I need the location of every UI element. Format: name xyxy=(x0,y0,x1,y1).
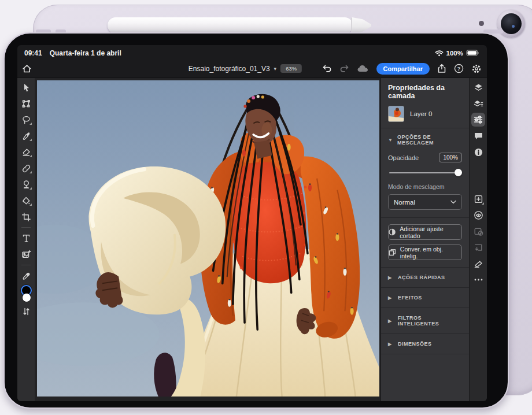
more-options-icon[interactable] xyxy=(471,272,486,288)
zoom-level-badge[interactable]: 63% xyxy=(280,64,302,73)
layer-mask-icon[interactable] xyxy=(471,223,486,239)
canvas-photo[interactable] xyxy=(37,80,379,397)
apple-pencil xyxy=(108,17,353,34)
brush-tool[interactable] xyxy=(19,128,34,144)
place-photo-tool[interactable] xyxy=(19,246,34,262)
section-label: AÇÕES RÁPIDAS xyxy=(398,275,445,280)
healing-brush-tool[interactable] xyxy=(19,160,34,176)
share-button[interactable]: Compartilhar xyxy=(376,63,430,75)
section-quick-actions[interactable]: ▶ AÇÕES RÁPIDAS xyxy=(381,268,469,287)
slider-track[interactable] xyxy=(389,172,461,173)
canvas-area[interactable] xyxy=(35,78,380,401)
blend-mode-select[interactable]: Normal xyxy=(388,194,462,210)
apple-pencil-seam xyxy=(351,18,352,33)
clone-stamp-tool[interactable] xyxy=(19,176,34,192)
layer-thumbnail[interactable] xyxy=(388,106,404,122)
eyedropper-tool[interactable] xyxy=(19,268,34,284)
toolbar-divider xyxy=(21,265,31,265)
section-effects[interactable]: ▶ EFEITOS xyxy=(381,288,469,307)
status-bar: 09:41 Quarta-feira 1 de abril 100% xyxy=(17,45,487,60)
chevron-down-icon: ▼ xyxy=(388,138,393,143)
right-icon-strip xyxy=(469,78,487,401)
layers-icon[interactable] xyxy=(471,79,486,95)
chevron-down-icon: ▾ xyxy=(274,66,277,72)
layer-properties-icon[interactable] xyxy=(471,95,486,112)
chevron-down-icon xyxy=(450,200,456,204)
back-mic-dot xyxy=(479,21,484,26)
battery-percent: 100% xyxy=(446,50,463,57)
app-header: Ensaio_fotográfico_01_V3 ▾ 63% Compartil… xyxy=(17,60,487,78)
crop-tool[interactable] xyxy=(19,209,34,225)
settings-gear-icon[interactable] xyxy=(471,64,482,74)
clipped-mask-icon[interactable] xyxy=(471,239,486,255)
opacity-label: Opacidade xyxy=(388,154,419,161)
workspace: Propriedades da camada Layer 0 xyxy=(17,78,487,401)
adjustment-circle-icon xyxy=(389,228,396,236)
opacity-slider[interactable] xyxy=(389,169,461,176)
transform-tool[interactable] xyxy=(19,95,34,112)
toolbar-divider xyxy=(21,227,31,228)
panel-divider xyxy=(381,354,469,354)
convert-smart-object-button[interactable]: Conver. em obj. intelig. xyxy=(388,244,462,260)
move-tool[interactable] xyxy=(19,79,34,95)
section-label: DIMENSÕES xyxy=(398,341,432,347)
battery-icon xyxy=(466,49,480,57)
blend-mode-value: Normal xyxy=(394,199,415,206)
lens-glint xyxy=(512,25,515,28)
panel-divider xyxy=(381,217,469,218)
photoshop-app-screen: 09:41 Quarta-feira 1 de abril 100% xyxy=(17,45,487,401)
swap-colors-button[interactable] xyxy=(19,303,34,320)
undo-icon[interactable] xyxy=(322,64,332,73)
section-smart-filters[interactable]: ▶ FILTROS INTELIGENTES xyxy=(381,308,469,334)
button-label: Conver. em obj. intelig. xyxy=(400,246,461,260)
tools-sidebar xyxy=(17,78,35,401)
adjustments-icon[interactable] xyxy=(471,113,485,127)
info-icon[interactable] xyxy=(471,144,486,160)
redo-icon[interactable] xyxy=(339,64,349,73)
export-share-icon[interactable] xyxy=(437,64,446,73)
comments-icon[interactable] xyxy=(471,128,486,144)
lasso-tool[interactable] xyxy=(19,112,34,128)
blend-options-section-header[interactable]: ▼ OPÇÕES DE MESCLAGEM xyxy=(381,128,469,151)
section-label: FILTROS INTELIGENTES xyxy=(398,315,462,327)
wifi-icon xyxy=(435,50,444,57)
layer-row[interactable]: Layer 0 xyxy=(381,103,469,128)
opacity-value[interactable]: 100% xyxy=(439,153,462,162)
chevron-right-icon: ▶ xyxy=(388,318,393,324)
layer-name: Layer 0 xyxy=(410,110,432,117)
add-layer-icon[interactable] xyxy=(471,191,486,207)
document-title-menu[interactable]: Ensaio_fotográfico_01_V3 ▾ 63% xyxy=(189,64,302,73)
blend-mode-label: Modo de mesclagem xyxy=(381,179,469,190)
document-title[interactable]: Ensaio_fotográfico_01_V3 xyxy=(189,65,270,73)
panel-title: Propriedades da camada xyxy=(381,78,469,103)
cleanup-icon[interactable] xyxy=(471,255,486,272)
eraser-tool[interactable] xyxy=(19,144,34,160)
fill-tool[interactable] xyxy=(19,192,34,209)
home-icon[interactable] xyxy=(22,64,32,73)
svg-text:?: ? xyxy=(457,65,461,72)
type-tool[interactable] xyxy=(19,230,34,246)
blend-options-label: OPÇÕES DE MESCLAGEM xyxy=(397,134,462,146)
back-camera-lens xyxy=(501,13,522,34)
section-dimensions[interactable]: ▶ DIMENSÕES xyxy=(381,334,469,354)
chevron-right-icon: ▶ xyxy=(388,275,393,280)
slider-knob[interactable] xyxy=(455,169,462,176)
color-swatches[interactable] xyxy=(19,285,34,303)
help-icon[interactable]: ? xyxy=(454,64,464,73)
chevron-right-icon: ▶ xyxy=(388,295,393,301)
visibility-icon[interactable] xyxy=(471,207,486,223)
background-color-swatch[interactable] xyxy=(22,293,31,302)
button-label: Adicionar ajuste cortado xyxy=(400,225,461,239)
marketing-scene: 09:41 Quarta-feira 1 de abril 100% xyxy=(0,0,532,415)
layer-properties-panel: Propriedades da camada Layer 0 xyxy=(380,78,469,401)
smart-object-icon xyxy=(389,249,396,256)
cloud-sync-icon[interactable] xyxy=(357,64,369,73)
status-date: Quarta-feira 1 de abril xyxy=(50,49,121,57)
add-clipped-adjustment-button[interactable]: Adicionar ajuste cortado xyxy=(388,224,462,240)
status-time: 09:41 xyxy=(24,49,42,57)
section-label: EFEITOS xyxy=(398,295,422,301)
chevron-right-icon: ▶ xyxy=(388,342,393,347)
